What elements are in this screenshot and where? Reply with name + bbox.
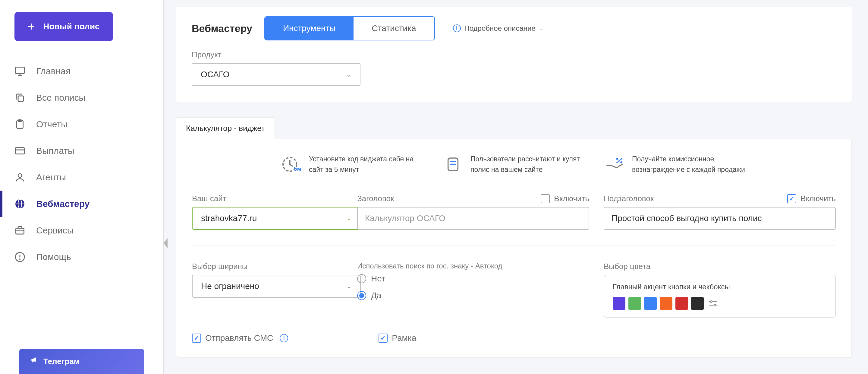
telegram-button[interactable]: Телеграм: [19, 349, 144, 374]
desc-link-label: Подробное описание: [464, 24, 535, 33]
info-row: 5м. Установите код виджета себе на сайт …: [192, 154, 836, 175]
color-swatch-black[interactable]: [691, 297, 704, 310]
site-value: strahovka77.ru: [201, 213, 257, 223]
site-select[interactable]: strahovka77.ru ⌄: [192, 207, 361, 230]
sidebar-label: Вебмастеру: [36, 199, 90, 209]
checkbox-icon: [378, 334, 388, 343]
chevron-down-icon: ⌄: [346, 70, 351, 79]
color-swatch-green[interactable]: [628, 297, 641, 310]
copy-icon: [14, 92, 25, 103]
color-panel: Главный акцент кнопки и чекбоксы: [604, 275, 836, 318]
alert-icon: [14, 252, 25, 262]
sidebar-label: Все полисы: [36, 93, 85, 103]
send-sms-checkbox[interactable]: Отправлять СМС !: [192, 333, 288, 343]
briefcase-icon: [14, 225, 25, 236]
radio-yes[interactable]: Да: [357, 291, 589, 300]
collapse-arrow-icon[interactable]: [163, 238, 167, 248]
radio-icon: [357, 274, 366, 283]
width-select[interactable]: Не ограничено ⌄: [192, 275, 361, 298]
sidebar-item-webmaster[interactable]: Вебмастеру: [14, 191, 149, 217]
title-input[interactable]: [357, 207, 589, 230]
svg-point-26: [710, 301, 712, 303]
svg-rect-0: [16, 67, 24, 74]
globe-icon: [14, 198, 25, 209]
color-swatch-custom[interactable]: [707, 297, 719, 310]
svg-point-22: [616, 158, 618, 160]
sidebar-item-reports[interactable]: Отчеты: [14, 111, 149, 138]
svg-rect-3: [18, 96, 24, 102]
svg-point-16: [20, 259, 20, 260]
svg-point-8: [18, 174, 22, 177]
radio-icon: [357, 291, 366, 300]
subtitle-enable-checkbox[interactable]: Включить: [787, 194, 836, 203]
color-swatch-orange[interactable]: [660, 297, 673, 310]
sidebar-item-services[interactable]: Сервисы: [14, 217, 149, 244]
info-icon: i: [453, 24, 461, 32]
checkbox-label: Отправлять СМС: [205, 333, 273, 343]
sidebar-item-payments[interactable]: Выплаты: [14, 138, 149, 164]
product-select-value: ОСАГО: [201, 70, 229, 79]
autocode-label: Использовать поиск по гос. знаку - Авток…: [357, 262, 589, 270]
help-icon[interactable]: !: [280, 334, 288, 342]
new-policy-button[interactable]: + Новый полис: [14, 12, 113, 41]
header-card: Вебмастеру Инструменты Статистика i Подр…: [176, 7, 852, 102]
radio-no[interactable]: Нет: [357, 274, 589, 284]
tab-statistics[interactable]: Статистика: [353, 17, 434, 40]
product-label: Продукт: [192, 50, 836, 59]
radio-label: Да: [371, 291, 381, 300]
tab-group: Инструменты Статистика: [264, 16, 435, 40]
sidebar-item-home[interactable]: Главная: [14, 58, 149, 84]
page-title: Вебмастеру: [192, 23, 252, 34]
chevron-down-icon: ⌄: [346, 282, 352, 290]
frame-checkbox[interactable]: Рамка: [378, 333, 416, 343]
sidebar-label: Помощь: [36, 252, 71, 262]
color-swatch-red[interactable]: [675, 297, 688, 310]
sidebar-item-agents[interactable]: Агенты: [14, 164, 149, 191]
widget-card: 5м. Установите код виджета себе на сайт …: [176, 139, 852, 358]
width-value: Не ограничено: [201, 281, 259, 291]
sidebar-item-help[interactable]: Помощь: [14, 244, 149, 270]
divider: [192, 246, 836, 246]
svg-text:5м.: 5м.: [294, 166, 301, 172]
sidebar: + Новый полис Главная Все полисы Отчеты …: [0, 0, 164, 374]
telegram-icon: [29, 356, 37, 367]
checkbox-icon: [541, 194, 550, 203]
color-swatches: [613, 297, 827, 310]
svg-rect-6: [16, 148, 24, 154]
main-content: Вебмастеру Инструменты Статистика i Подр…: [164, 0, 868, 374]
detailed-description-link[interactable]: i Подробное описание ⌄: [453, 24, 544, 33]
subtitle-label: Подзаголовок: [604, 194, 654, 203]
tab-tools[interactable]: Инструменты: [265, 17, 354, 40]
sidebar-label: Отчеты: [36, 119, 67, 130]
width-label: Выбор ширины: [192, 262, 343, 271]
info-item-install: 5м. Установите код виджета себе на сайт …: [281, 154, 424, 175]
plus-icon: +: [28, 21, 35, 33]
product-select[interactable]: ОСАГО ⌄: [192, 63, 361, 86]
title-enable-checkbox[interactable]: Включить: [541, 194, 589, 203]
checkbox-label: Включить: [801, 194, 836, 203]
color-swatch-purple[interactable]: [613, 297, 625, 310]
color-panel-title: Главный акцент кнопки и чекбоксы: [613, 283, 827, 291]
site-label: Ваш сайт: [192, 194, 343, 203]
sidebar-label: Главная: [36, 66, 70, 76]
sidebar-item-policies[interactable]: Все полисы: [14, 84, 149, 111]
clipboard-icon: [14, 119, 25, 130]
autocode-radio-group: Нет Да: [357, 274, 589, 300]
checkbox-icon: [192, 334, 201, 343]
sidebar-label: Сервисы: [36, 225, 73, 235]
checkbox-label: Включить: [554, 194, 589, 203]
clock-icon: 5м.: [281, 154, 302, 175]
card-icon: [14, 145, 25, 156]
chevron-down-icon: ⌄: [539, 25, 544, 32]
color-swatch-blue[interactable]: [644, 297, 657, 310]
sidebar-nav: Главная Все полисы Отчеты Выплаты Агенты…: [14, 58, 149, 270]
widget-section-tab[interactable]: Калькулятор - виджет: [176, 117, 275, 139]
info-item-users: Пользователи рассчитают и купят полис на…: [443, 154, 585, 175]
title-label: Заголовок: [357, 194, 394, 203]
telegram-label: Телеграм: [43, 357, 80, 366]
color-label: Выбор цвета: [604, 262, 836, 271]
document-icon: [443, 154, 463, 175]
subtitle-input[interactable]: [604, 207, 836, 230]
monitor-icon: [14, 66, 25, 77]
svg-point-28: [714, 304, 716, 306]
